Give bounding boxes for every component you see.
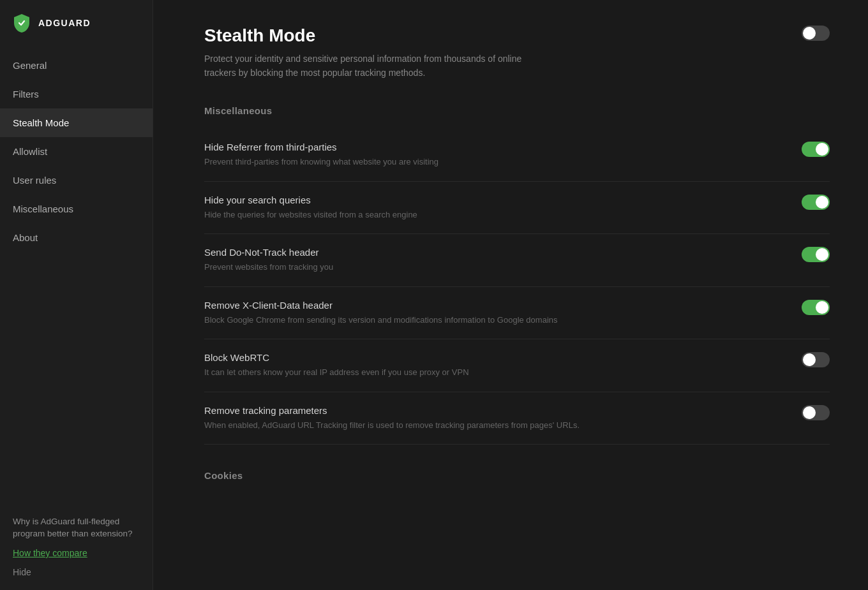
- page-header-text: Stealth Mode Protect your identity and s…: [204, 26, 536, 80]
- setting-hide-referrer: Hide Referrer from third-parties Prevent…: [204, 129, 830, 182]
- page-header: Stealth Mode Protect your identity and s…: [204, 26, 830, 80]
- setting-desc-remove-tracking-params: When enabled, AdGuard URL Tracking filte…: [204, 419, 613, 432]
- logo-text: ADGUARD: [38, 18, 91, 28]
- setting-desc-block-webrtc: It can let others know your real IP addr…: [204, 366, 613, 379]
- setting-name-block-webrtc: Block WebRTC: [204, 352, 789, 363]
- setting-desc-send-dnt: Prevent websites from tracking you: [204, 261, 613, 274]
- sidebar-item-user-rules[interactable]: User rules: [0, 166, 153, 195]
- setting-desc-hide-search-queries: Hide the queries for websites visited fr…: [204, 209, 613, 221]
- cookies-section-label: Cookies: [204, 470, 830, 481]
- setting-name-hide-search-queries: Hide your search queries: [204, 195, 789, 205]
- setting-remove-x-client: Remove X-Client-Data header Block Google…: [204, 287, 830, 340]
- setting-hide-search-queries: Hide your search queries Hide the querie…: [204, 182, 830, 235]
- sidebar: ADGUARD General Filters Stealth Mode All…: [0, 0, 153, 590]
- setting-name-remove-tracking-params: Remove tracking parameters: [204, 405, 789, 416]
- logo: ADGUARD: [0, 0, 153, 46]
- page-title: Stealth Mode: [204, 26, 536, 46]
- page-description: Protect your identity and sensitive pers…: [204, 52, 536, 80]
- setting-name-send-dnt: Send Do-Not-Track header: [204, 247, 789, 258]
- setting-desc-remove-x-client: Block Google Chrome from sending its ver…: [204, 314, 613, 327]
- sidebar-item-miscellaneous[interactable]: Miscellaneous: [0, 195, 153, 223]
- setting-remove-tracking-params: Remove tracking parameters When enabled,…: [204, 392, 830, 445]
- setting-name-hide-referrer: Hide Referrer from third-parties: [204, 142, 789, 152]
- miscellaneous-section-label: Miscellaneous: [204, 105, 830, 116]
- setting-desc-hide-referrer: Prevent third-parties from knowing what …: [204, 156, 613, 168]
- master-toggle[interactable]: [802, 26, 830, 41]
- toggle-remove-tracking-params[interactable]: [802, 405, 830, 420]
- sidebar-item-filters[interactable]: Filters: [0, 80, 153, 108]
- adguard-logo-icon: [11, 13, 32, 33]
- section-cookies: Cookies: [204, 470, 830, 481]
- setting-name-remove-x-client: Remove X-Client-Data header: [204, 300, 789, 311]
- main-content: Stealth Mode Protect your identity and s…: [153, 0, 868, 590]
- toggle-hide-search-queries[interactable]: [802, 195, 830, 210]
- sidebar-item-about[interactable]: About: [0, 223, 153, 252]
- sidebar-navigation: General Filters Stealth Mode Allowlist U…: [0, 51, 153, 508]
- toggle-hide-referrer[interactable]: [802, 142, 830, 157]
- sidebar-item-general[interactable]: General: [0, 51, 153, 80]
- section-miscellaneous: Miscellaneous Hide Referrer from third-p…: [204, 105, 830, 445]
- toggle-send-dnt[interactable]: [802, 247, 830, 262]
- promo-text: Why is AdGuard full-fledged program bett…: [13, 515, 140, 540]
- sidebar-bottom: Why is AdGuard full-fledged program bett…: [0, 508, 153, 590]
- sidebar-item-allowlist[interactable]: Allowlist: [0, 137, 153, 166]
- sidebar-item-stealth-mode[interactable]: Stealth Mode: [0, 108, 153, 137]
- setting-send-dnt: Send Do-Not-Track header Prevent website…: [204, 234, 830, 287]
- compare-link[interactable]: How they compare: [13, 548, 140, 558]
- hide-label[interactable]: Hide: [13, 567, 140, 577]
- toggle-block-webrtc[interactable]: [802, 352, 830, 367]
- toggle-remove-x-client[interactable]: [802, 300, 830, 315]
- setting-block-webrtc: Block WebRTC It can let others know your…: [204, 339, 830, 392]
